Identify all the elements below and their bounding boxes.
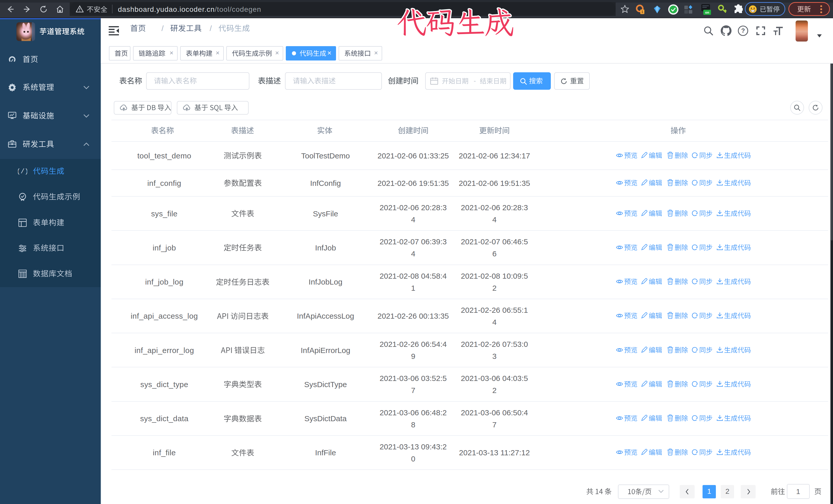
svg-text:?: ?	[741, 27, 745, 34]
svg-text:(/): (/)	[18, 168, 27, 175]
svg-text:1: 1	[641, 10, 643, 14]
svg-text:on: on	[705, 10, 709, 14]
